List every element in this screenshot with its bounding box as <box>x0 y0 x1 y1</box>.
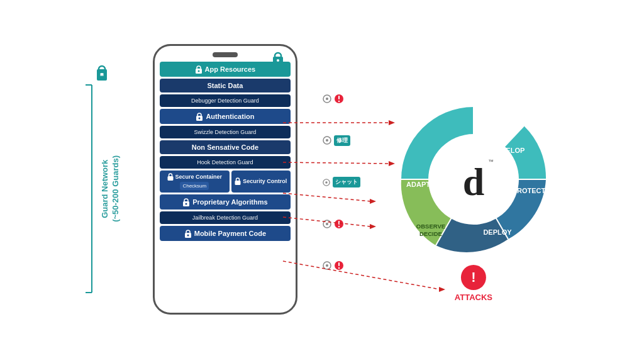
mobile-payment-label: Mobile Payment Code <box>194 230 266 237</box>
exclamation-icon-4 <box>334 219 344 229</box>
protect-text: PROTECT <box>513 187 546 194</box>
row-authentication: Authentication <box>160 109 291 124</box>
security-control-label: Security Control <box>243 178 287 184</box>
authentication-label: Authentication <box>206 113 254 120</box>
decide-text: DECIDE <box>419 230 442 237</box>
svg-point-22 <box>186 203 187 204</box>
secure-container-label: Secure Container <box>175 174 223 180</box>
observe-text: OBSERVE <box>416 223 445 230</box>
alert-icon-2 <box>323 136 331 145</box>
phone-camera <box>213 52 238 57</box>
annotations-column: 修理 シャット <box>323 66 360 293</box>
attacks-section: ! ATTACKS <box>455 265 492 302</box>
adapt-text: ADAPT <box>406 181 430 188</box>
svg-point-25 <box>187 234 189 236</box>
proprietary-label: Proprietary Algorithms <box>192 198 267 206</box>
checksum-label-left: Checksum <box>182 183 206 189</box>
annotation-5 <box>323 260 360 271</box>
svg-point-34 <box>325 181 327 183</box>
guard-network-label: Guard Network (~50-200 Guards) <box>82 63 121 296</box>
svg-rect-16 <box>167 176 173 181</box>
lock-icon-security <box>235 177 241 185</box>
svg-rect-38 <box>338 221 340 225</box>
row-jailbreak-guard: Jailbreak Detection Guard <box>160 211 291 224</box>
row-swizzle-guard: Swizzle Detection Guard <box>160 126 291 138</box>
static-data-label: Static Data <box>207 82 243 89</box>
svg-point-9 <box>277 59 279 62</box>
row-debugger-guard: Debugger Detection Guard <box>160 94 291 107</box>
swizzle-guard-label: Swizzle Detection Guard <box>194 129 257 135</box>
svg-point-41 <box>326 264 328 267</box>
guard-icon <box>95 63 109 82</box>
attacks-icon: ! <box>461 265 486 290</box>
fix-badge-text: 修理 <box>336 137 348 143</box>
exclamation-icon-5 <box>334 260 344 271</box>
hook-guard-label: Hook Detection Guard <box>197 159 253 165</box>
svg-point-15 <box>199 117 201 119</box>
annotation-2: 修理 <box>323 135 360 146</box>
lock-icon-payment <box>184 229 192 238</box>
secure-container-box: Secure Container Checksum <box>160 171 230 193</box>
row-non-sensative: Non Sensative Code <box>160 140 291 154</box>
app-resources-label: App Resources <box>205 65 256 73</box>
annotation-3: シャット <box>323 177 360 187</box>
svg-point-32 <box>326 139 328 142</box>
svg-point-39 <box>338 226 340 227</box>
phone-top-bar <box>160 52 291 57</box>
security-control-box: Security Control <box>231 171 291 193</box>
secure-container-row: Secure Container Checksum Security Contr… <box>160 171 291 193</box>
guard-network-text: Guard Network (~50-200 Guards) <box>100 155 121 222</box>
row-mobile-payment: Mobile Payment Code <box>160 226 291 241</box>
tm-text: ™ <box>488 159 494 165</box>
alert-icon-1 <box>323 94 331 103</box>
main-container: Guard Network (~50-200 Guards) <box>0 0 644 358</box>
annotation-4 <box>323 219 360 229</box>
svg-rect-43 <box>338 262 340 266</box>
annotation-1 <box>323 94 360 104</box>
alert-icon-4 <box>323 220 331 228</box>
row-proprietary: Proprietary Algorithms <box>160 194 291 210</box>
svg-rect-29 <box>338 96 340 99</box>
attacks-label: ATTACKS <box>455 293 492 302</box>
develop-text: DEVELOP <box>492 147 525 154</box>
svg-point-12 <box>197 70 199 72</box>
row-hook-guard: Hook Detection Guard <box>160 156 291 169</box>
diagram-section: DEVELOP PROTECT DEPLOY OBSERVE DECIDE AD… <box>386 91 562 267</box>
d-logo-text: d <box>463 160 484 203</box>
attacks-label-text: ATTACKS <box>455 293 492 302</box>
fix-badge: 修理 <box>334 135 350 146</box>
row-static-data: Static Data <box>160 79 291 92</box>
lock-icon-prop <box>182 198 190 206</box>
guard-network-line1: Guard Network <box>100 159 109 218</box>
guard-network-bracket: Guard Network (~50-200 Guards) <box>82 82 121 296</box>
debugger-guard-label: Debugger Detection Guard <box>191 98 259 104</box>
lock-icon-app-resources <box>195 65 203 74</box>
deploy-text: DEPLOY <box>483 228 512 236</box>
bracket-svg <box>82 82 95 296</box>
guard-network-line2: (~50-200 Guards) <box>111 155 120 222</box>
non-sensative-label: Non Sensative Code <box>192 143 258 151</box>
alert-icon-5 <box>323 261 331 270</box>
exclamation-icon-1 <box>334 94 344 104</box>
shutdown-badge: シャット <box>333 177 360 187</box>
svg-rect-18 <box>235 181 241 185</box>
svg-point-44 <box>338 267 340 268</box>
lock-icon-auth <box>196 112 203 121</box>
row-app-resources: App Resources <box>160 62 291 77</box>
phone-mockup: App Resources Static Data Debugger Detec… <box>153 44 297 315</box>
svg-point-30 <box>338 101 340 102</box>
svg-point-3 <box>101 73 103 76</box>
svg-point-36 <box>326 223 328 225</box>
jailbreak-guard-label: Jailbreak Detection Guard <box>192 215 258 221</box>
checksum-badge-left: Checksum <box>180 182 209 190</box>
alert-icon-3 <box>323 178 330 187</box>
lock-icon-secure <box>167 173 174 181</box>
shutdown-badge-text: シャット <box>335 179 358 185</box>
donut-chart: DEVELOP PROTECT DEPLOY OBSERVE DECIDE AD… <box>386 91 562 267</box>
svg-point-27 <box>326 98 328 100</box>
